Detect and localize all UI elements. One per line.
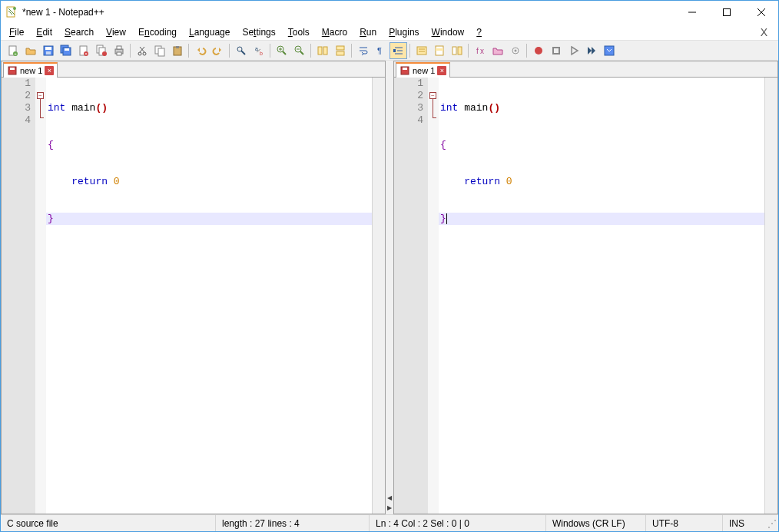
menu-run[interactable]: Run [354,25,382,39]
code-area-right[interactable]: int main() { return 0 } [439,78,764,514]
word-wrap-button[interactable] [354,42,372,59]
fold-column[interactable]: − [428,78,439,514]
copy-button[interactable] [151,42,168,59]
play-macro-button[interactable] [565,42,582,59]
status-filetype: C source file [1,515,216,531]
status-position: Ln : 4 Col : 2 Sel : 0 | 0 [370,515,546,531]
line-gutter: 1 2 3 4 [2,78,35,514]
svg-point-63 [535,47,542,55]
menu-window[interactable]: Window [426,25,470,39]
menu-language[interactable]: Language [184,25,235,39]
svg-rect-10 [45,47,51,50]
doc-map-button[interactable] [430,42,448,59]
vertical-scrollbar[interactable] [372,78,385,514]
toolbar: + × ab ¶ fx [1,40,778,61]
close-all-button[interactable] [92,42,110,59]
menu-help[interactable]: ? [471,25,487,39]
close-doc-button[interactable]: × [75,42,92,59]
svg-rect-43 [318,47,322,55]
tab-close-icon[interactable]: × [437,66,446,75]
sync-v-button[interactable] [313,42,331,59]
menubar-close-doc-icon[interactable]: X [761,26,767,38]
code-area-left[interactable]: int main() { return 0 } [46,78,372,514]
editor-pane-left: new 1 × 1 2 3 4 − int main() { [1,61,386,514]
fold-column[interactable]: − [35,78,46,514]
vertical-scrollbar[interactable] [764,78,777,514]
minimize-button[interactable] [675,1,709,24]
indent-guide-button[interactable] [390,42,407,59]
func-list-button[interactable]: fx [471,42,489,59]
zoom-in-button[interactable] [273,42,290,59]
svg-point-25 [143,52,146,55]
undo-button[interactable] [191,42,209,59]
splitter-collapse-right-icon[interactable]: ▶ [387,504,392,511]
tab-close-icon[interactable]: × [45,66,54,75]
save-button[interactable] [39,42,57,59]
menubar: File Edit Search View Encoding Language … [1,24,778,40]
stop-macro-button[interactable] [547,42,565,59]
svg-line-37 [283,51,286,55]
unsaved-file-icon [7,65,18,76]
tab-new1-right[interactable]: new 1 × [396,62,450,78]
maximize-button[interactable] [709,1,744,24]
svg-rect-45 [336,46,344,50]
svg-text:x: x [480,47,484,55]
print-button[interactable] [110,42,128,59]
play-multi-button[interactable] [582,42,600,59]
unsaved-file-icon [399,65,410,76]
replace-button[interactable]: ab [250,42,267,59]
svg-rect-65 [605,46,614,55]
open-file-button[interactable] [22,42,39,59]
close-button[interactable] [744,1,778,24]
show-all-chars-button[interactable]: ¶ [372,42,390,59]
menu-file[interactable]: File [4,25,29,39]
svg-rect-11 [46,51,51,55]
menu-search[interactable]: Search [59,25,99,39]
svg-text:a: a [255,46,258,51]
resize-grip-icon[interactable]: ⋰ [766,515,778,531]
monitoring-button[interactable] [506,42,524,59]
zoom-out-button[interactable] [290,42,308,59]
new-file-button[interactable]: + [4,42,22,59]
find-button[interactable] [232,42,250,59]
text-cursor [446,213,447,224]
svg-rect-22 [117,46,121,49]
status-eol[interactable]: Windows (CR LF) [546,515,646,531]
udl-button[interactable] [413,42,430,59]
save-macro-button[interactable] [600,42,618,59]
sync-h-button[interactable] [331,42,349,59]
cut-button[interactable] [133,42,151,59]
menu-tools[interactable]: Tools [283,25,315,39]
tabstrip-left: new 1 × [2,61,385,78]
menu-settings[interactable]: Settings [237,25,280,39]
redo-button[interactable] [209,42,227,59]
save-all-button[interactable] [57,42,75,59]
tab-new1-left[interactable]: new 1 × [3,62,58,78]
editor-left[interactable]: 1 2 3 4 − int main() { return 0 } [2,78,385,514]
menu-edit[interactable]: Edit [31,25,58,39]
menu-view[interactable]: View [101,25,131,39]
pane-splitter[interactable]: ◀ ▶ [387,61,392,514]
titlebar[interactable]: *new 1 - Notepad++ [1,1,778,24]
status-encoding[interactable]: UTF-8 [646,515,723,531]
menu-macro[interactable]: Macro [317,25,353,39]
svg-rect-57 [452,47,456,55]
editor-right[interactable]: 1 2 3 4 − int main() { return 0 } [394,78,777,514]
fold-toggle-icon[interactable]: − [37,92,44,99]
folder-workspace-button[interactable] [489,42,506,59]
svg-rect-56 [436,48,443,51]
record-macro-button[interactable] [529,42,547,59]
status-length: length : 27 lines : 4 [216,515,370,531]
svg-text:¶: ¶ [377,46,382,55]
tab-label: new 1 [413,66,435,75]
menu-encoding[interactable]: Encoding [133,25,182,39]
paste-button[interactable] [168,42,186,59]
menu-plugins[interactable]: Plugins [383,25,424,39]
status-mode[interactable]: INS [723,515,766,531]
svg-point-1 [13,7,16,10]
fold-toggle-icon[interactable]: − [429,92,436,99]
doc-list-button[interactable] [448,42,466,59]
splitter-collapse-left-icon[interactable]: ◀ [387,494,392,501]
svg-rect-3 [723,9,730,16]
app-window: *new 1 - Notepad++ File Edit Search View… [0,0,779,532]
